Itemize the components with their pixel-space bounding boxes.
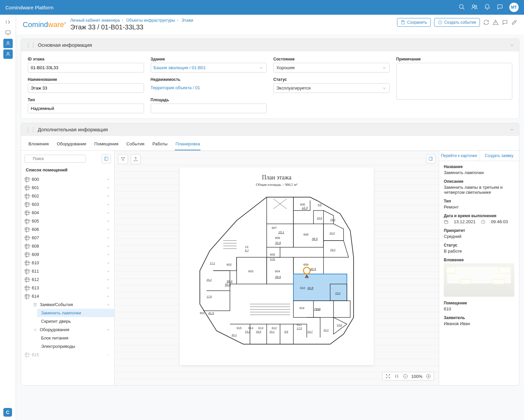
svg-point-20 <box>35 329 36 330</box>
room-item-604[interactable]: 604 <box>21 208 114 217</box>
attachment-image[interactable] <box>444 263 514 297</box>
building-select[interactable]: Башня эволюция / 01-B01 <box>151 63 267 73</box>
detail-status-value: В работе <box>444 249 514 254</box>
rail-user2-icon[interactable] <box>3 49 13 59</box>
id-label: ID этажа <box>28 57 144 61</box>
room-item-611[interactable]: 611 <box>21 267 114 275</box>
svg-rect-85 <box>429 157 433 161</box>
panel-header-additional[interactable]: ⋮⋮Дополнительная информация <box>21 123 519 136</box>
comment-icon[interactable] <box>502 19 508 25</box>
breadcrumb-2[interactable]: Этажи <box>181 18 193 23</box>
room-item-608[interactable]: 608 <box>21 242 114 250</box>
svg-text:15,2: 15,2 <box>330 218 336 221</box>
room-item-607[interactable]: 607 <box>21 234 114 242</box>
tab-0[interactable]: Вложения <box>28 139 49 150</box>
detail-desc-label: Описание <box>444 179 514 184</box>
app-badge[interactable]: C <box>3 408 12 417</box>
room-item-615[interactable]: 615 <box>21 351 114 359</box>
go-to-card-link[interactable]: Перейти к карточке <box>439 151 479 161</box>
zoom-out-icon[interactable] <box>403 374 408 379</box>
svg-text:14,2: 14,2 <box>316 308 321 310</box>
equipment-node[interactable]: Оборудования <box>29 325 114 334</box>
tab-1[interactable]: Оборудование <box>56 139 87 150</box>
rail-user-icon[interactable] <box>3 39 13 48</box>
svg-text:17,5: 17,5 <box>297 327 302 330</box>
room-item-612[interactable]: 612 <box>21 275 114 284</box>
create-request-link[interactable]: Создать заявку <box>479 151 519 161</box>
warning-icon[interactable] <box>493 19 499 25</box>
detail-requester-value: Иванов Иван <box>444 321 514 326</box>
chat-icon[interactable] <box>497 4 503 11</box>
id-input[interactable] <box>28 63 144 73</box>
name-input[interactable] <box>28 83 144 93</box>
detail-requester-label: Заявитель <box>444 315 514 320</box>
equipment-item-0[interactable]: Блок питания <box>37 334 114 342</box>
requests-node[interactable]: Заявки/События <box>29 300 114 309</box>
tab-4[interactable]: Работы <box>152 139 168 150</box>
breadcrumb-1[interactable]: Объекты инфраструктуры <box>126 18 175 23</box>
type-input[interactable] <box>28 104 144 113</box>
detail-room-value: 610 <box>444 306 514 311</box>
export-icon[interactable] <box>131 154 141 164</box>
users-icon[interactable] <box>471 4 478 11</box>
tab-5[interactable]: Планировка <box>175 139 201 150</box>
condition-select[interactable]: Хорошее <box>273 63 390 73</box>
svg-point-0 <box>460 4 464 8</box>
status-select[interactable]: Эксплуатируется <box>273 83 390 93</box>
detail-dt-label: Дата и время выполнения <box>444 214 514 218</box>
panel-toggle-right[interactable] <box>426 154 435 163</box>
room-item-603[interactable]: 603 <box>21 200 114 208</box>
edit-icon[interactable] <box>511 19 517 25</box>
detail-priority-label: Приоритет <box>444 228 514 233</box>
svg-text:611: 611 <box>297 323 302 326</box>
room-item-610[interactable]: 610 <box>21 259 114 267</box>
room-item-609[interactable]: 609 <box>21 250 114 259</box>
svg-text:608: 608 <box>303 233 308 236</box>
svg-text:6,01: 6,01 <box>270 258 275 261</box>
floorplan-canvas[interactable]: План этажа Общая площадь – 966,5 м² <box>115 151 439 385</box>
room-item-601[interactable]: 601 <box>21 183 114 192</box>
search-icon[interactable] <box>458 4 465 11</box>
detail-time: 09:46:03 <box>491 219 508 224</box>
detail-type-value: Ремонт <box>444 204 514 209</box>
expand-icon[interactable] <box>385 374 391 379</box>
room-item-602[interactable]: 602 <box>21 192 114 200</box>
bell-icon[interactable] <box>484 4 491 11</box>
breadcrumb-0[interactable]: Личный кабинет инженера <box>70 18 120 23</box>
page-title: Этаж 33 / 01-B01-33L33 <box>70 23 193 31</box>
request-item-0[interactable]: Заменить лампочки <box>37 309 114 317</box>
save-button[interactable]: Сохранить <box>397 18 431 27</box>
rail-monitor-icon[interactable] <box>3 28 13 37</box>
realestate-link[interactable]: Территория объекта / 01 <box>151 85 200 90</box>
search-input[interactable] <box>24 155 86 163</box>
equipment-item-1[interactable]: Электроприводы <box>37 342 114 351</box>
realestate-label: Недвижимость <box>151 77 267 82</box>
detail-room-label: Помещение <box>444 301 514 305</box>
rail-collapse-icon[interactable] <box>3 17 13 27</box>
room-item-600[interactable]: 600 <box>21 175 114 183</box>
panel-header-basic[interactable]: ⋮⋮Основная информация <box>21 39 519 51</box>
detail-desc-value: Заменить лампы в третьем и четвертом све… <box>444 185 514 195</box>
svg-rect-15 <box>105 157 108 161</box>
name-label: Наименование <box>28 77 144 82</box>
panel-additional-info: ⋮⋮Дополнительная информация ВложенияОбор… <box>21 123 519 386</box>
request-item-1[interactable]: Скрипит дверь <box>37 317 114 325</box>
room-item-614[interactable]: 614 <box>21 292 114 300</box>
svg-point-11 <box>440 23 440 23</box>
room-item-605[interactable]: 605 <box>21 217 114 225</box>
svg-text:601: 601 <box>200 311 205 315</box>
create-event-button[interactable]: Создать событие <box>434 18 480 27</box>
tab-3[interactable]: События <box>126 139 145 150</box>
zoom-in-icon[interactable] <box>426 374 431 379</box>
filter-icon[interactable] <box>118 154 128 164</box>
tab-2[interactable]: Помещения <box>94 139 119 150</box>
room-item-613[interactable]: 613 <box>21 284 114 292</box>
note-input[interactable] <box>396 63 513 100</box>
panel-toggle-left[interactable] <box>102 154 111 163</box>
area-input[interactable] <box>151 104 267 113</box>
avatar[interactable]: MT <box>509 3 519 12</box>
fit-icon[interactable] <box>394 374 399 379</box>
app-title: Comindware Platform <box>5 5 53 10</box>
room-item-606[interactable]: 606 <box>21 225 114 234</box>
refresh-icon[interactable] <box>483 19 489 25</box>
